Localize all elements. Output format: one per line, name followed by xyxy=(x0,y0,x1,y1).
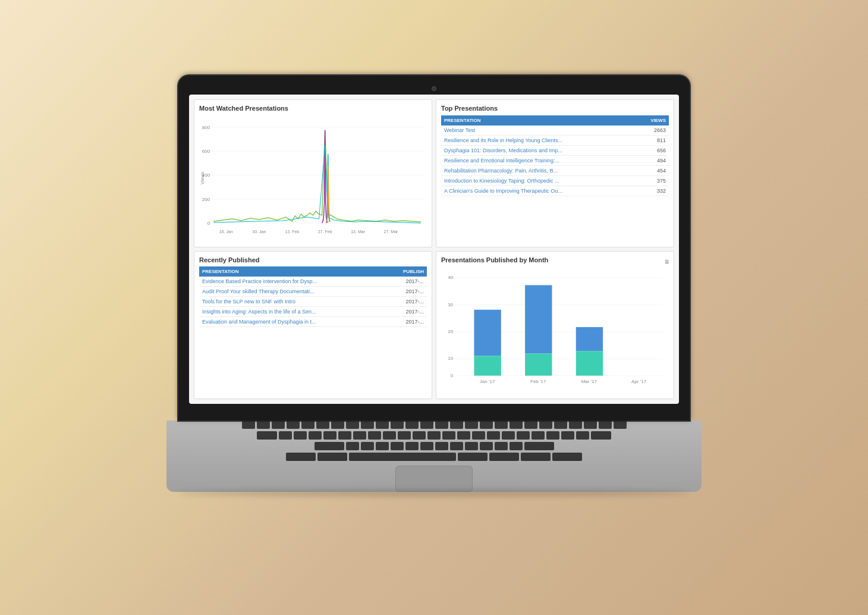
key xyxy=(338,431,351,440)
col-rp-presentation-header: PRESENTATION xyxy=(199,266,385,277)
rp-presentation-name[interactable]: Insights into Aging: Aspects in the life… xyxy=(199,307,385,317)
key xyxy=(376,442,389,450)
key xyxy=(487,431,500,440)
key xyxy=(287,421,300,429)
rp-presentation-name[interactable]: Audit Proof Your skilled Therapy Documen… xyxy=(199,287,385,297)
svg-text:10: 10 xyxy=(448,356,453,361)
presentation-name[interactable]: Dysphagia 101: Disorders, Medications an… xyxy=(441,146,636,156)
svg-text:20: 20 xyxy=(448,329,453,334)
rp-publish-date: 2017-... xyxy=(385,317,427,327)
table-row: Dysphagia 101: Disorders, Medications an… xyxy=(441,146,669,156)
keyboard-row-4 xyxy=(286,453,582,461)
svg-text:Views: Views xyxy=(200,172,205,184)
key xyxy=(465,442,478,450)
table-row: Insights into Aging: Aspects in the life… xyxy=(199,307,427,317)
table-row: A Clinician's Guide to Improving Therape… xyxy=(441,186,669,196)
key xyxy=(405,442,419,450)
presentation-name[interactable]: A Clinician's Guide to Improving Therape… xyxy=(441,186,636,196)
top-presentations-table: PRESENTATION VIEWS Webinar Test 2663 Res… xyxy=(441,115,669,196)
top-presentations-table-container: PRESENTATION VIEWS Webinar Test 2663 Res… xyxy=(441,115,669,241)
most-watched-title: Most Watched Presentations xyxy=(199,105,427,112)
table-row: Evaluation and Management of Dysphagia i… xyxy=(199,317,427,327)
key xyxy=(510,442,523,450)
most-watched-card: Most Watched Presentations 800 600 400 2… xyxy=(194,99,432,247)
presentation-name[interactable]: Webinar Test xyxy=(441,125,636,136)
presentation-views: 332 xyxy=(636,186,669,196)
key xyxy=(279,431,292,440)
svg-text:16. Jan: 16. Jan xyxy=(219,230,233,234)
key xyxy=(383,431,396,440)
bar-chart-svg: 40 30 20 10 0 xyxy=(441,269,669,392)
presentation-views: 375 xyxy=(636,176,669,186)
key xyxy=(524,421,537,429)
key xyxy=(368,431,381,440)
presentations-by-month-card: Presentations Published by Month ≡ 40 30… xyxy=(436,251,674,399)
laptop-shadow xyxy=(178,490,690,497)
key xyxy=(591,431,611,440)
recently-published-table-container: PRESENTATION PUBLISH Evidence Based Prac… xyxy=(199,266,427,392)
key xyxy=(435,421,448,429)
key xyxy=(315,442,344,450)
key xyxy=(331,421,344,429)
bar-mar-bottom xyxy=(576,351,603,375)
top-presentations-body: Webinar Test 2663 Resilience and its Rol… xyxy=(441,125,669,196)
key xyxy=(398,431,411,440)
bar-mar-top xyxy=(576,327,603,351)
rp-publish-date: 2017-... xyxy=(385,277,427,287)
bar-feb-top xyxy=(525,285,552,353)
keyboard-row-2 xyxy=(257,431,611,440)
key xyxy=(614,421,627,429)
rp-presentation-name[interactable]: Tools for the SLP new to SNF with Intro xyxy=(199,297,385,307)
key xyxy=(272,421,285,429)
recently-published-title: Recently Published xyxy=(199,256,427,263)
presentation-name[interactable]: Rehabilitation Pharmacology: Pain, Arthr… xyxy=(441,166,636,176)
presentation-views: 494 xyxy=(636,156,669,166)
menu-icon[interactable]: ≡ xyxy=(665,258,669,266)
key xyxy=(465,421,478,429)
laptop-screen: Most Watched Presentations 800 600 400 2… xyxy=(189,95,679,404)
col-presentation-header: PRESENTATION xyxy=(441,115,636,125)
key xyxy=(435,442,448,450)
key xyxy=(457,431,470,440)
key xyxy=(554,421,567,429)
key xyxy=(584,421,597,429)
key xyxy=(257,431,277,440)
key xyxy=(405,421,419,429)
presentation-views: 656 xyxy=(636,146,669,156)
rp-presentation-name[interactable]: Evaluation and Management of Dysphagia i… xyxy=(199,317,385,327)
laptop-camera-icon xyxy=(432,86,436,91)
key xyxy=(576,431,589,440)
key xyxy=(489,453,519,461)
presentation-name[interactable]: Introduction to Kinesiology Taping: Orth… xyxy=(441,176,636,186)
rp-presentation-name[interactable]: Evidence Based Practice Intervention for… xyxy=(199,277,385,287)
key xyxy=(450,421,463,429)
key xyxy=(521,453,551,461)
laptop-keyboard xyxy=(166,421,702,492)
key xyxy=(599,421,612,429)
key xyxy=(391,442,404,450)
table-row: Introduction to Kinesiology Taping: Orth… xyxy=(441,176,669,186)
key xyxy=(442,431,455,440)
key xyxy=(561,431,574,440)
rp-publish-date: 2017-... xyxy=(385,297,427,307)
keyboard-row-3 xyxy=(315,442,554,450)
trackpad[interactable] xyxy=(395,466,473,492)
col-views-header: VIEWS xyxy=(636,115,669,125)
dashboard: Most Watched Presentations 800 600 400 2… xyxy=(189,95,679,404)
key xyxy=(450,442,463,450)
table-row: Audit Proof Your skilled Therapy Documen… xyxy=(199,287,427,297)
table-row: Tools for the SLP new to SNF with Intro … xyxy=(199,297,427,307)
presentation-name[interactable]: Resilience and its Role in Helping Young… xyxy=(441,136,636,146)
table-row: Evidence Based Practice Intervention for… xyxy=(199,277,427,287)
svg-text:27. Mar: 27. Mar xyxy=(384,230,399,234)
key xyxy=(517,431,530,440)
key xyxy=(286,453,316,461)
col-rp-publish-header: PUBLISH xyxy=(385,266,427,277)
key xyxy=(510,421,523,429)
key xyxy=(569,421,582,429)
bar-chart-title: Presentations Published by Month xyxy=(441,256,548,263)
key xyxy=(316,421,329,429)
presentation-name[interactable]: Resilience and Emotional Intelligence Tr… xyxy=(441,156,636,166)
svg-text:0: 0 xyxy=(451,373,454,378)
key xyxy=(361,442,374,450)
